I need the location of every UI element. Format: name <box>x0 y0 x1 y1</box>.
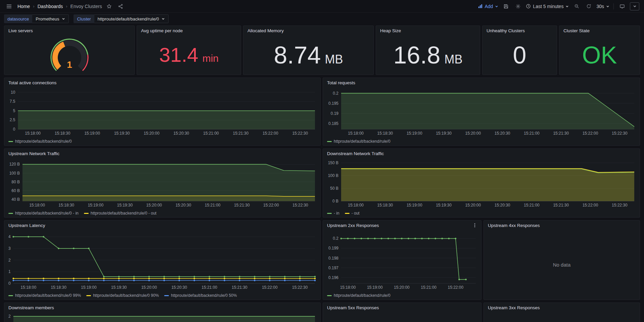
svg-text:15:21:00: 15:21:00 <box>524 203 540 208</box>
stat-unit: MB <box>445 53 463 65</box>
svg-text:15:21:30: 15:21:30 <box>232 285 247 290</box>
refresh-icon[interactable] <box>584 2 593 11</box>
panel-title[interactable]: Cluster State <box>559 26 640 35</box>
svg-text:15:22:00: 15:22:00 <box>263 131 278 136</box>
panel-title[interactable]: Downstream Network Traffic <box>323 149 640 158</box>
svg-text:4: 4 <box>8 234 11 239</box>
panel-title[interactable]: Allocated Memory <box>243 26 373 35</box>
svg-text:15:22:00: 15:22:00 <box>583 131 598 136</box>
panel-title[interactable]: Total requests <box>323 78 640 87</box>
panel-title[interactable]: Upstream 2xx Responses <box>323 221 481 230</box>
svg-text:15:22:00: 15:22:00 <box>448 285 463 290</box>
variable-label: datasource <box>4 14 32 23</box>
chart-plot[interactable]: 0123415:18:0015:18:3015:19:0015:19:3015:… <box>6 230 318 291</box>
chart-plot[interactable]: 02.557.51015:18:0015:18:3015:19:0015:19:… <box>6 87 318 137</box>
hamburger-menu-icon[interactable] <box>5 2 13 11</box>
svg-text:15:20:00: 15:20:00 <box>465 131 481 136</box>
breadcrumb-home[interactable]: Home <box>17 4 30 9</box>
svg-text:15:19:00: 15:19:00 <box>88 203 103 208</box>
svg-text:15:20:00: 15:20:00 <box>465 203 481 208</box>
panel-live-servers: Live servers 1 <box>4 26 135 75</box>
legend-item[interactable]: httproute/default/backend/rule/0 <box>327 293 390 298</box>
collapse-topbar-button[interactable] <box>630 2 639 10</box>
breadcrumb-separator: › <box>33 4 34 9</box>
svg-text:15:19:30: 15:19:30 <box>436 203 452 208</box>
legend-item[interactable]: - in <box>327 211 339 216</box>
legend-item[interactable]: httproute/default/backend/rule/0 <box>327 139 390 144</box>
panel-title[interactable]: Downstream members <box>4 303 320 312</box>
stat-value: 31.4min <box>159 45 219 65</box>
svg-text:15:18:00: 15:18:00 <box>340 285 356 290</box>
legend-swatch <box>86 295 91 296</box>
chart-plot[interactable]: 0 B50 B100 B150 B15:18:0015:18:3015:19:0… <box>324 158 638 209</box>
svg-text:60 B: 60 B <box>11 188 20 193</box>
panel-cluster-state: Cluster State OK <box>559 26 640 75</box>
clock-icon <box>526 4 531 9</box>
refresh-interval-picker[interactable]: 30s <box>596 4 609 9</box>
panel-title[interactable]: Heap Size <box>376 26 480 35</box>
panel-title[interactable]: Upstream Latency <box>4 221 320 230</box>
legend-item[interactable]: httproute/default/backend/rule/0 <box>8 139 72 144</box>
add-button[interactable]: Add <box>478 4 498 9</box>
cluster-select[interactable]: httproute/default/backend/rule/0 <box>94 14 169 23</box>
panel-menu-icon[interactable] <box>472 223 477 228</box>
breadcrumb-dashboards[interactable]: Dashboards <box>38 4 63 9</box>
chevron-down-icon <box>565 5 569 8</box>
stat-value: 8.74MB <box>274 43 343 67</box>
save-icon[interactable] <box>502 2 510 11</box>
legend-swatch <box>8 141 13 142</box>
gear-icon[interactable] <box>514 2 522 11</box>
legend-item[interactable]: httproute/default/backend/rule/0 - in <box>8 211 79 216</box>
gauge: 1 <box>4 35 134 75</box>
svg-text:0.2: 0.2 <box>333 236 338 241</box>
legend-item[interactable]: httproute/default/backend/rule/0 - out <box>84 211 156 216</box>
panel-heap-size: Heap Size 16.8MB <box>376 26 480 75</box>
panel-title[interactable]: Live servers <box>4 26 134 35</box>
svg-text:2.5: 2.5 <box>10 118 15 122</box>
panel-title[interactable]: Upstream 4xx Responses <box>484 221 640 230</box>
panel-title[interactable]: Avg uptime per node <box>137 26 241 35</box>
panel-title[interactable]: Unhealthy Clusters <box>482 26 557 35</box>
time-range-picker[interactable]: Last 5 minutes <box>526 4 569 9</box>
svg-text:15:18:30: 15:18:30 <box>55 131 71 136</box>
legend-item[interactable]: httproute/default/backend/rule/0 50% <box>164 293 237 298</box>
panel-title[interactable]: Upstream Network Traffic <box>4 149 320 158</box>
legend-item[interactable]: httproute/default/backend/rule/0 90% <box>86 293 159 298</box>
svg-text:15:18:30: 15:18:30 <box>51 285 66 290</box>
svg-text:15:19:00: 15:19:00 <box>81 285 97 290</box>
legend-item[interactable]: - out <box>345 211 360 216</box>
legend-item[interactable]: httproute/default/backend/rule/0 99% <box>8 293 81 298</box>
svg-text:15:21:30: 15:21:30 <box>553 203 569 208</box>
panel-title[interactable]: Upstream 5xx Responses <box>323 303 481 312</box>
svg-text:15:19:00: 15:19:00 <box>407 203 422 208</box>
share-icon[interactable] <box>116 2 125 11</box>
datasource-select[interactable]: Prometheus <box>32 14 69 23</box>
monitor-icon[interactable] <box>618 2 627 11</box>
chart-plot[interactable]: 2 <box>6 312 318 322</box>
star-icon[interactable] <box>105 2 113 11</box>
svg-text:15:20:30: 15:20:30 <box>171 285 187 290</box>
breadcrumb-current: Envoy Clusters <box>71 4 102 9</box>
svg-text:120 B: 120 B <box>9 162 20 167</box>
svg-text:0.196: 0.196 <box>328 275 338 280</box>
panel-downstream-members: Downstream members 2 httproute/default/b… <box>4 303 321 322</box>
svg-text:0.2: 0.2 <box>333 91 338 96</box>
panel-upstream-5xx: Upstream 5xx Responses <box>323 303 481 322</box>
chart-plot[interactable]: 40 B60 B80 B100 B120 B15:18:0015:18:3015… <box>6 158 318 209</box>
stat-value: 0 <box>513 43 526 67</box>
stat-value: OK <box>582 43 617 67</box>
panel-title[interactable]: Upstream 3xx Responses <box>484 303 640 312</box>
top-nav-actions: Add Last 5 minutes <box>478 2 639 11</box>
svg-text:2: 2 <box>8 258 11 263</box>
chart-plot[interactable]: 0.1850.190.1950.215:18:0015:18:3015:19:0… <box>324 87 638 137</box>
svg-text:0.197: 0.197 <box>328 266 338 270</box>
svg-text:15:22:00: 15:22:00 <box>263 203 279 208</box>
svg-text:15:22:30: 15:22:30 <box>292 203 308 208</box>
svg-text:80 B: 80 B <box>11 180 20 184</box>
chart-plot[interactable]: 0.1960.1970.1980.1990.215:18:0015:19:001… <box>324 230 479 291</box>
legend-swatch <box>8 295 13 296</box>
panel-title[interactable]: Total active connections <box>4 78 320 87</box>
chart-legend: httproute/default/backend/rule/0 <box>8 139 318 144</box>
zoom-out-icon[interactable] <box>572 2 581 11</box>
panel-total-requests: Total requests 0.1850.190.1950.215:18:00… <box>323 78 640 146</box>
